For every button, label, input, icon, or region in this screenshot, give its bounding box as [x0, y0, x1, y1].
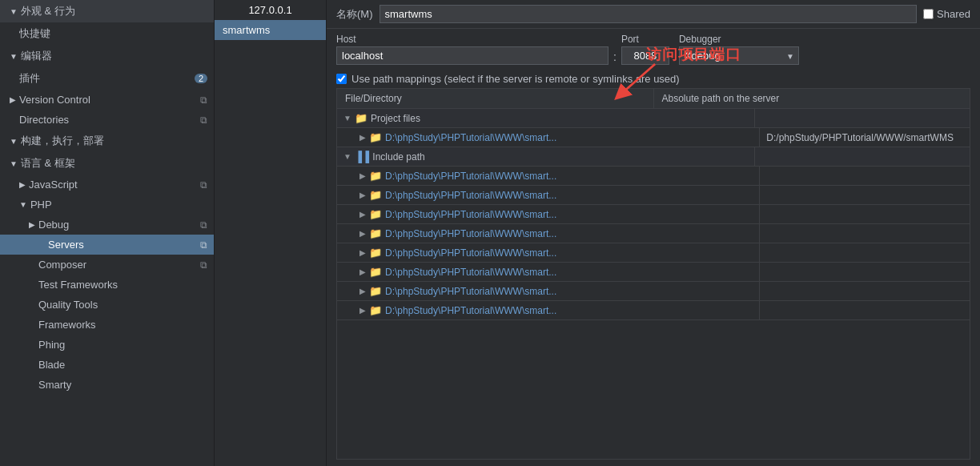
include-file-path-cell[interactable]: ▶ 📁 D:\phpStudy\PHPTutorial\WWW\smart...	[337, 205, 760, 223]
expand-icon[interactable]: ▶	[359, 229, 366, 238]
folder-icon: 📁	[369, 170, 382, 182]
sidebar-item-composer[interactable]: ▶ Composer ⧉	[0, 255, 214, 275]
sidebar-item-label: 快捷键	[19, 26, 207, 41]
include-file-path-cell[interactable]: ▶ 📁 D:\phpStudy\PHPTutorial\WWW\smart...	[337, 186, 760, 204]
sidebar-item-label: Servers	[48, 239, 195, 251]
server-path-cell[interactable]	[760, 282, 970, 300]
arrow-icon: ▼	[19, 200, 27, 209]
sidebar-item-directories[interactable]: ▶ Directories ⧉	[0, 110, 214, 130]
expand-icon[interactable]: ▶	[359, 210, 366, 219]
table-row: ▶ 📁 D:\phpStudy\PHPTutorial\WWW\smart...	[337, 205, 970, 224]
path-mapping-checkbox[interactable]	[336, 74, 347, 84]
folder-icon: 📁	[369, 189, 382, 201]
sidebar-item-quality-tools[interactable]: ▶ Quality Tools	[0, 295, 214, 315]
sidebar-item-editor[interactable]: ▼ 编辑器	[0, 45, 214, 67]
sidebar-item-build[interactable]: ▼ 构建，执行，部署	[0, 130, 214, 152]
copy-icon: ⧉	[200, 219, 207, 231]
arrow-icon: ▶	[10, 95, 16, 104]
colon-separator: :	[608, 50, 621, 63]
expand-icon[interactable]: ▶	[359, 133, 366, 142]
include-file-path-cell[interactable]: ▶ 📁 D:\phpStudy\PHPTutorial\WWW\smart...	[337, 282, 760, 300]
shared-checkbox[interactable]	[923, 9, 934, 19]
include-path-cell: ▼ ▐▐ Include path	[337, 147, 755, 166]
sidebar-item-servers[interactable]: ▶ Servers ⧉	[0, 235, 214, 255]
server-path-cell[interactable]	[760, 224, 970, 243]
collapse-icon[interactable]: ▼	[343, 152, 351, 161]
collapse-icon[interactable]: ▼	[343, 114, 351, 123]
arrow-icon: ▼	[10, 137, 18, 146]
sidebar-item-shortcuts[interactable]: 快捷键	[0, 22, 214, 45]
file-path: D:\phpStudy\PHPTutorial\WWW\smart...	[385, 190, 556, 201]
sidebar-item-lang-frameworks[interactable]: ▼ 语言 & 框架	[0, 152, 214, 175]
host-label: Host	[336, 34, 608, 45]
sidebar-item-test-frameworks[interactable]: ▶ Test Frameworks	[0, 275, 214, 295]
include-file-path-cell[interactable]: ▶ 📁 D:\phpStudy\PHPTutorial\WWW\smart...	[337, 224, 760, 243]
sidebar-item-smarty[interactable]: ▶ Smarty	[0, 375, 214, 395]
expand-icon[interactable]: ▶	[359, 191, 366, 199]
include-file-path-cell[interactable]: ▶ 📁 D:\phpStudy\PHPTutorial\WWW\smart...	[337, 243, 760, 262]
expand-icon[interactable]: ▶	[359, 287, 366, 295]
sidebar-item-php[interactable]: ▼ PHP	[0, 195, 214, 215]
debugger-label: Debugger	[679, 34, 799, 45]
sidebar-item-version-control[interactable]: ▶ Version Control ⧉	[0, 90, 214, 110]
shared-section: Shared	[923, 8, 970, 20]
path-mapping-label: Use path mappings (select if the server …	[351, 73, 680, 85]
server-path-cell[interactable]	[760, 186, 970, 204]
folder-icon: 📁	[369, 208, 382, 220]
server-path-cell[interactable]	[760, 243, 970, 262]
file-path: D:\phpStudy\PHPTutorial\WWW\smart...	[385, 171, 556, 182]
server-path-cell[interactable]: D:/phpStudy/PHPTutorial/WWW/smartWMS	[760, 128, 970, 147]
col1-header: File/Directory	[337, 89, 654, 108]
sidebar-item-label: 语言 & 框架	[21, 156, 207, 171]
copy-icon: ⧉	[200, 259, 207, 271]
sidebar-item-label: Frameworks	[38, 319, 207, 331]
expand-icon[interactable]: ▶	[359, 267, 366, 276]
host-row: Host : Port Debugger Xdebug Zend Debugge…	[327, 29, 980, 70]
port-input[interactable]	[621, 46, 669, 65]
include-file-path-cell[interactable]: ▶ 📁 D:\phpStudy\PHPTutorial\WWW\smart...	[337, 167, 760, 185]
sidebar-item-javascript[interactable]: ▶ JavaScript ⧉	[0, 175, 214, 195]
sidebar-item-blade[interactable]: ▶ Blade	[0, 355, 214, 375]
sidebar-item-label: Phing	[38, 339, 207, 351]
port-label: Port	[621, 34, 669, 45]
shared-label: Shared	[937, 8, 970, 20]
project-file-path-cell[interactable]: ▶ 📁 D:\phpStudy\PHPTutorial\WWW\smart...	[337, 128, 760, 147]
expand-icon[interactable]: ▶	[359, 306, 366, 315]
group-name: Include path	[372, 151, 424, 163]
sidebar-item-label: JavaScript	[29, 179, 195, 191]
sidebar-item-label: Smarty	[38, 379, 207, 391]
col2-header: Absolute path on the server	[654, 89, 970, 108]
expand-icon[interactable]: ▶	[359, 171, 366, 180]
sidebar-item-plugins[interactable]: 插件 2	[0, 67, 214, 90]
folder-icon: 📁	[369, 247, 382, 259]
sidebar-item-label: Version Control	[19, 94, 195, 106]
sidebar-item-label: Blade	[38, 359, 207, 371]
sidebar-item-phing[interactable]: ▶ Phing	[0, 335, 214, 355]
server-path-cell[interactable]	[760, 301, 970, 319]
server-path-cell[interactable]	[760, 167, 970, 185]
host-input[interactable]	[336, 46, 608, 65]
file-path: D:\phpStudy\PHPTutorial\WWW\smart...	[385, 228, 556, 239]
expand-icon[interactable]: ▶	[359, 248, 366, 257]
sidebar-item-debug[interactable]: ▶ Debug ⧉	[0, 215, 214, 235]
name-input[interactable]: smartwms	[380, 5, 918, 23]
table-row: ▶ 📁 D:\phpStudy\PHPTutorial\WWW\smart...	[337, 263, 970, 282]
ip-address[interactable]: 127.0.0.1	[215, 0, 326, 20]
include-file-path-cell[interactable]: ▶ 📁 D:\phpStudy\PHPTutorial\WWW\smart...	[337, 263, 760, 281]
copy-icon: ⧉	[200, 179, 207, 191]
sidebar-item-appearance[interactable]: ▼ 外观 & 行为	[0, 0, 214, 22]
server-name[interactable]: smartwms	[215, 20, 326, 40]
include-file-path-cell[interactable]: ▶ 📁 D:\phpStudy\PHPTutorial\WWW\smart...	[337, 301, 760, 319]
file-path: D:\phpStudy\PHPTutorial\WWW\smart...	[385, 132, 556, 143]
server-path-cell[interactable]	[760, 205, 970, 223]
project-files-cell: ▼ 📁 Project files	[337, 109, 755, 127]
sidebar-item-frameworks[interactable]: ▶ Frameworks	[0, 315, 214, 335]
debugger-select[interactable]: Xdebug Zend Debugger	[679, 46, 799, 65]
folder-icon: 📁	[369, 266, 382, 278]
server-path-cell[interactable]	[760, 263, 970, 281]
group-project-files: ▼ 📁 Project files	[337, 109, 970, 128]
table-row: ▶ 📁 D:\phpStudy\PHPTutorial\WWW\smart...	[337, 243, 970, 263]
sidebar-item-label: PHP	[30, 199, 207, 211]
name-label: 名称(M)	[336, 7, 373, 22]
file-path: D:\phpStudy\PHPTutorial\WWW\smart...	[385, 209, 556, 220]
